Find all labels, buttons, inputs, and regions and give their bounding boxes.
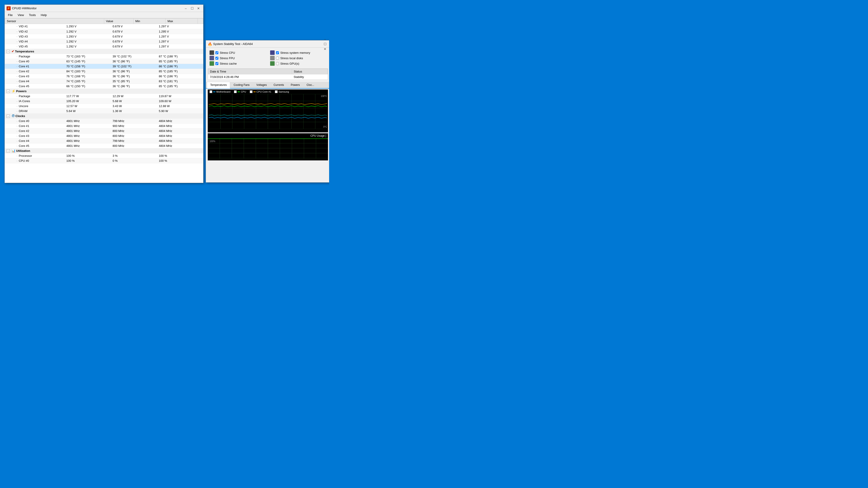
aida-maximize-button[interactable]: ☐ <box>322 41 328 46</box>
samsung-legend-label: Samsung <box>278 90 289 93</box>
stress-mem-item: Stress system memory <box>270 51 326 55</box>
menu-tools[interactable]: Tools <box>27 12 38 18</box>
mem-icon <box>270 51 275 55</box>
minimize-button[interactable]: – <box>183 6 189 11</box>
tab-temperatures[interactable]: Temperatures <box>207 82 230 88</box>
results-col-status: Status <box>292 69 328 74</box>
tab-clocks[interactable]: Cloc... <box>303 82 318 88</box>
sensor-label: ··· VID #2 <box>5 29 64 34</box>
sensor-value: 1.292 V <box>64 29 111 34</box>
sensor-value: 66 °C (150 °F) <box>64 84 111 89</box>
table-row: ··· IA Cores 105.20 W 5.68 W 109.60 W <box>5 98 203 103</box>
cpu-checkbox[interactable] <box>234 90 237 93</box>
table-row: ··· Core #2 84 °C (183 °F) 36 °C (96 °F)… <box>5 69 203 74</box>
aida-minimize-button[interactable]: – <box>322 37 328 41</box>
sensor-min: 0.679 V <box>111 39 157 44</box>
table-row: ··· CPU #0 100 % 0 % 100 % <box>5 158 203 163</box>
table-row: ··· VID #1 1.293 V 0.679 V 1.297 V <box>5 24 203 29</box>
sensor-max: 87 °C (188 °F) <box>157 54 203 59</box>
sensor-min: 900 MHz <box>111 123 157 128</box>
cpu-core1-legend-label: CPU Core #1 <box>256 90 271 93</box>
tab-voltages[interactable]: Voltages <box>253 82 270 88</box>
stress-disk-label: Stress local disks <box>280 57 303 60</box>
collapse-powers[interactable]: - <box>6 90 10 93</box>
col-max: Max <box>166 19 198 24</box>
collapse-utilization[interactable]: - <box>6 149 10 153</box>
sensor-label: ··· VID #5 <box>5 44 64 49</box>
cpu-icon <box>210 51 214 55</box>
section-clocks-label: Clocks <box>16 114 25 118</box>
sensor-min: 12.29 W <box>111 94 157 98</box>
stress-fpu-checkbox[interactable] <box>215 57 218 60</box>
tab-cooling-fans[interactable]: Cooling Fans <box>230 82 253 88</box>
maximize-button[interactable]: ☐ <box>189 6 195 11</box>
table-row: ··· Core #5 4801 MHz 800 MHz 4804 MHz <box>5 143 203 148</box>
sensor-value: 1.293 V <box>64 34 111 39</box>
sensor-value: 4801 MHz <box>64 143 111 148</box>
section-temperatures: - ✔ Temperatures <box>5 49 203 54</box>
sensor-max: 1.297 V <box>157 44 203 49</box>
sensor-max: 4804 MHz <box>157 133 203 138</box>
results-section: Date & Time Status 7/19/2019 4:26:46 PM … <box>208 68 328 80</box>
sensor-max: 85 °C (185 °F) <box>157 69 203 74</box>
sensor-label: ··· Core #2 <box>5 128 64 133</box>
stress-gpu-label: Stress GPU(s) <box>280 62 299 65</box>
sensor-label: ··· VID #1 <box>5 24 64 29</box>
table-row: ··· VID #2 1.292 V 0.679 V 1.295 V <box>5 29 203 34</box>
table-scroll[interactable]: ··· VID #1 1.293 V 0.679 V 1.297 V ··· V… <box>5 24 203 182</box>
stress-mem-checkbox[interactable] <box>276 51 279 54</box>
menu-help[interactable]: Help <box>38 12 49 18</box>
sensor-value: 100 % <box>64 158 111 163</box>
sensor-label: ··· Core #2 <box>5 69 64 74</box>
sensor-max: 5.90 W <box>157 108 203 113</box>
window-controls: – ☐ ✕ <box>183 6 202 11</box>
stress-cache-checkbox[interactable] <box>215 62 218 65</box>
sensor-label: ··· Core #1 <box>5 123 64 128</box>
aida64-title: System Stability Test - AIDA64 <box>213 42 322 46</box>
sensor-min: 0.679 V <box>111 24 157 29</box>
menu-file[interactable]: File <box>6 12 15 18</box>
section-powers-label: Powers <box>16 90 26 93</box>
sensor-label: ··· VID #3 <box>5 34 64 39</box>
sensor-min: 0.679 V <box>111 44 157 49</box>
aida-window-controls: – ☐ ✕ <box>322 37 328 52</box>
stress-gpu-checkbox[interactable] <box>276 62 279 65</box>
sensor-label: ··· Core #0 <box>5 119 64 123</box>
tab-currents[interactable]: Currents <box>270 82 287 88</box>
section-powers: - ⚡ Powers <box>5 89 203 94</box>
table-row: ··· Uncore 12.57 W 3.43 W 12.88 W <box>5 103 203 108</box>
sensor-value: 76 °C (168 °F) <box>64 74 111 78</box>
sensor-value: 73 °C (163 °F) <box>64 54 111 59</box>
collapse-temperatures[interactable]: - <box>6 50 10 53</box>
results-datetime: 7/19/2019 4:26:46 PM <box>208 74 292 80</box>
close-button[interactable]: ✕ <box>195 6 202 11</box>
sensor-max: 1.297 V <box>157 24 203 29</box>
table-row: ··· Core #4 4801 MHz 799 MHz 4804 MHz <box>5 138 203 143</box>
stress-cpu-checkbox[interactable] <box>215 51 218 54</box>
sensor-max: 109.60 W <box>157 98 203 103</box>
sensor-min: 0.679 V <box>111 34 157 39</box>
aida64-app-icon: 🔥 <box>208 42 212 46</box>
table-row: ··· Core #5 66 °C (150 °F) 36 °C (96 °F)… <box>5 84 203 89</box>
motherboard-checkbox[interactable] <box>210 90 212 93</box>
temp-chart-svg <box>209 94 327 129</box>
samsung-checkbox[interactable] <box>275 90 278 93</box>
table-row: ··· DRAM 5.64 W 1.36 W 5.90 W <box>5 108 203 113</box>
sensor-value: 4801 MHz <box>64 123 111 128</box>
sensor-value: 84 °C (183 °F) <box>64 69 111 74</box>
cpu-core1-checkbox[interactable] <box>250 90 252 93</box>
sensor-max: 100 % <box>157 158 203 163</box>
sensor-max: 85 °C (185 °F) <box>157 59 203 64</box>
temperature-chart: 100°C 0°C <box>208 94 328 129</box>
collapse-clocks[interactable]: - <box>6 115 10 118</box>
sensor-label: ··· Core #4 <box>5 78 64 84</box>
tab-powers[interactable]: Powers <box>287 82 303 88</box>
stress-disk-checkbox[interactable] <box>276 57 279 60</box>
sensor-max: 86 °C (186 °F) <box>157 74 203 78</box>
stress-mem-label: Stress system memory <box>280 51 310 55</box>
table-row: ··· Core #0 4801 MHz 799 MHz 4804 MHz <box>5 119 203 123</box>
results-col-datetime: Date & Time <box>208 69 292 74</box>
sensor-label: ··· Core #3 <box>5 74 64 78</box>
menu-view[interactable]: View <box>16 12 26 18</box>
gpu-icon <box>270 61 275 66</box>
